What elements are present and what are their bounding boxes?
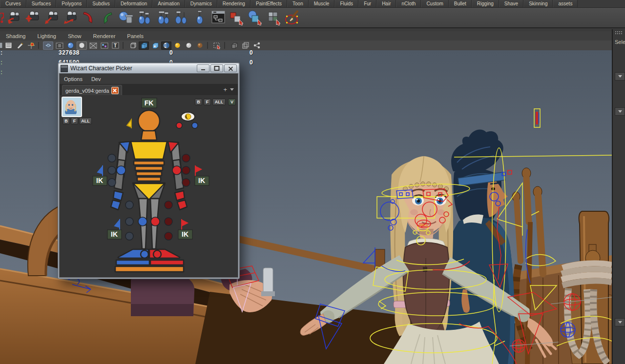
- panel-toolbar: T: [0, 40, 612, 51]
- drag-grip[interactable]: [615, 31, 616, 32]
- menu-tab-shave[interactable]: Shave: [499, 0, 523, 7]
- menu-tab-fluids[interactable]: Fluids: [334, 0, 358, 7]
- hud-label-colon: :: [0, 50, 2, 56]
- right-sidebar: Sele: [612, 29, 625, 364]
- share-nodes-icon[interactable]: [251, 41, 262, 50]
- menu-options[interactable]: Options: [60, 76, 87, 82]
- layout-icon[interactable]: [240, 41, 250, 50]
- menu-tab-animation[interactable]: Animation: [152, 0, 185, 7]
- hud-verts-total: 327638: [59, 50, 80, 56]
- menu-dev[interactable]: Dev: [87, 76, 105, 82]
- window-icon: [61, 65, 68, 72]
- joint-drop-icon[interactable]: [173, 9, 189, 26]
- viewport-cube-icon[interactable]: [229, 41, 239, 50]
- picker-menubar: Options Dev: [60, 74, 238, 84]
- picker-canvas[interactable]: B F ALL B F ALL V: [60, 95, 238, 277]
- green-swoosh-icon[interactable]: [99, 9, 115, 26]
- menu-tab-fur[interactable]: Fur: [358, 0, 376, 7]
- tab-close-icon[interactable]: [111, 87, 119, 94]
- scroll-down-button[interactable]: [615, 107, 625, 116]
- shaded-sphere-icon[interactable]: [65, 41, 76, 50]
- window-titlebar[interactable]: Wizart Character Picker: [59, 63, 239, 73]
- wireframe-cube-icon[interactable]: [127, 41, 138, 50]
- picker-body-diagram[interactable]: FK IK IK IK IK: [60, 95, 239, 277]
- svg-text:?: ?: [0, 10, 4, 25]
- sidebar-title: Sele: [615, 39, 625, 45]
- panel-menu-shading[interactable]: Shading: [0, 33, 31, 39]
- ik-label: IK: [96, 177, 103, 184]
- hud-verts-col2: 0: [169, 50, 173, 56]
- scroll-down-button[interactable]: [615, 318, 625, 326]
- minimize-button[interactable]: [197, 64, 209, 72]
- joint-spheres2-icon[interactable]: [154, 9, 171, 26]
- text-hud-icon[interactable]: T: [110, 41, 121, 50]
- picker-tabbar: gerda_v094:gerda +: [60, 84, 238, 96]
- isolate-select-icon[interactable]: [212, 41, 222, 50]
- help-icon[interactable]: ?: [0, 9, 4, 26]
- default-light-icon[interactable]: [172, 41, 183, 50]
- menu-tab-surfaces[interactable]: Surfaces: [26, 0, 56, 7]
- shaded-cube-icon[interactable]: [139, 41, 149, 50]
- menu-tab-rendering[interactable]: Rendering: [217, 0, 250, 7]
- paint-select-icon[interactable]: [284, 9, 301, 26]
- red-swoosh-icon[interactable]: [80, 9, 97, 26]
- panel-menu-renderer[interactable]: Renderer: [87, 33, 121, 39]
- menu-tab-muscle[interactable]: Muscle: [309, 0, 335, 7]
- grease-pencil-icon[interactable]: [15, 41, 25, 50]
- film-gate-icon[interactable]: [54, 41, 64, 50]
- svg-text:T: T: [114, 43, 117, 48]
- add-tab-button[interactable]: +: [223, 86, 227, 93]
- resolution-gate-icon[interactable]: [77, 41, 87, 50]
- grid-icon[interactable]: [43, 41, 53, 50]
- character-tab[interactable]: gerda_v094:gerda: [62, 85, 122, 96]
- panel-menubar: Shading Lighting Show Renderer Panels: [0, 31, 612, 41]
- bookmark-icon[interactable]: [3, 41, 14, 50]
- menu-tab-hair[interactable]: Hair: [376, 0, 396, 7]
- menu-tab-polygons[interactable]: Polygons: [56, 0, 87, 7]
- panel-menu-lighting[interactable]: Lighting: [31, 33, 62, 39]
- fk-label: FK: [145, 99, 154, 107]
- joint-spheres-icon[interactable]: [136, 9, 152, 26]
- select-cube-blue-icon[interactable]: [247, 9, 264, 26]
- menu-tab-ncloth[interactable]: nCloth: [396, 0, 421, 7]
- camera-track-icon[interactable]: [24, 9, 41, 26]
- joint-single-icon[interactable]: [191, 9, 208, 26]
- menu-tab-painteffects[interactable]: PaintEffects: [250, 0, 287, 7]
- field-chart-icon[interactable]: [99, 41, 109, 50]
- panel-menu-panels[interactable]: Panels: [121, 33, 149, 39]
- rig-marker-red[interactable]: [536, 112, 538, 124]
- camera-tumble-icon[interactable]: [6, 9, 22, 26]
- toolbar-separator: [123, 42, 125, 49]
- menu-tab-toon[interactable]: Toon: [287, 0, 309, 7]
- menu-tab-bullet[interactable]: Bullet: [449, 0, 472, 7]
- maximize-button[interactable]: [210, 64, 223, 72]
- gate-mask-icon[interactable]: [88, 41, 98, 50]
- eye-icon[interactable]: [181, 112, 195, 121]
- panel-menu-show[interactable]: Show: [62, 33, 87, 39]
- menu-tab-assets[interactable]: assets: [553, 0, 578, 7]
- menu-tab-custom[interactable]: Custom: [421, 0, 448, 7]
- sphere-delete-icon[interactable]: [117, 9, 134, 26]
- camera-locator-icon[interactable]: [26, 41, 36, 50]
- menu-tab-rigging[interactable]: Rigging: [472, 0, 499, 7]
- toolbar-separator: [207, 42, 210, 49]
- checker-sphere-icon[interactable]: [161, 41, 171, 50]
- cube-stack-icon[interactable]: [266, 9, 282, 26]
- menu-tab-deformation[interactable]: Deformation: [115, 0, 152, 7]
- flat-light-icon[interactable]: [184, 41, 194, 50]
- tab-list-caret-icon[interactable]: [230, 88, 234, 91]
- menu-tab-curves[interactable]: Curves: [0, 0, 26, 7]
- outliner-panel-icon[interactable]: [210, 9, 227, 26]
- textured-light-icon[interactable]: [195, 41, 205, 50]
- scroll-down-button[interactable]: [615, 72, 625, 81]
- camera-dolly-icon[interactable]: [43, 9, 60, 26]
- clipped-icon[interactable]: [0, 41, 2, 50]
- character-picker-window[interactable]: Wizart Character Picker Options Dev gerd…: [58, 62, 240, 279]
- textured-cube-icon[interactable]: [150, 41, 160, 50]
- menu-tab-dynamics[interactable]: Dynamics: [185, 0, 217, 7]
- select-cube-red-icon[interactable]: [229, 9, 245, 26]
- menu-tab-skinning[interactable]: Skinning: [523, 0, 553, 7]
- close-button[interactable]: [224, 64, 237, 72]
- camera-zoom-icon[interactable]: [62, 9, 78, 26]
- menu-tab-subdivs[interactable]: Subdivs: [87, 0, 115, 7]
